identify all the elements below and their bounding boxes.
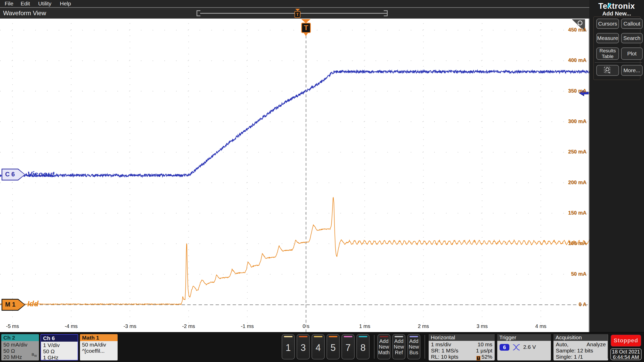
ch6-scale: 1 V/div bbox=[43, 342, 76, 348]
y-axis-label: 100 mA bbox=[556, 240, 586, 246]
trigger-source-badge: 6 bbox=[500, 344, 509, 351]
acquisition-sample: Sample: 12 bits bbox=[556, 348, 593, 354]
x-axis-label: -4 ms bbox=[58, 323, 84, 329]
x-axis-label: 1 ms bbox=[352, 323, 378, 329]
y-axis-label: 300 mA bbox=[556, 118, 586, 124]
y-axis-label: 0 A bbox=[556, 301, 586, 307]
horizontal-scale: 1 ms/div bbox=[431, 341, 451, 348]
more-button[interactable]: More... bbox=[621, 65, 643, 76]
add-new-header: Add New... bbox=[589, 10, 644, 17]
x-axis-label: -5 ms bbox=[0, 323, 26, 329]
trigger-t-icon: T bbox=[295, 11, 300, 18]
settings-bar: Ch 2 50 mA/div 50 Ω 20 MHz BW Ch 6 1 V/d… bbox=[0, 332, 644, 362]
trace-idd[interactable] bbox=[0, 197, 589, 305]
channel-button-4[interactable]: 4 bbox=[312, 334, 325, 359]
menu-file[interactable]: File bbox=[5, 1, 13, 7]
horizontal-resolution: 1 µs/pt bbox=[476, 348, 492, 354]
datetime-display: 18 Oct 2021 6:44:54 AM bbox=[610, 348, 642, 360]
minimap-left-bracket[interactable] bbox=[197, 10, 200, 16]
ch2-bw-limit-badge: BW bbox=[32, 351, 37, 359]
horizontal-title: Horizontal bbox=[429, 334, 495, 341]
y-axis-label: 50 mA bbox=[556, 271, 586, 277]
horizontal-position: 52% bbox=[482, 354, 492, 360]
view-title: Waveform View bbox=[3, 10, 46, 17]
menu-help[interactable]: Help bbox=[60, 1, 71, 7]
time-text: 6:44:54 AM bbox=[611, 355, 641, 360]
channel-handle-m1[interactable]: M 1 bbox=[2, 299, 25, 311]
menu-edit[interactable]: Edit bbox=[21, 1, 30, 7]
x-axis-label: 3 ms bbox=[469, 323, 495, 329]
math1-title: Math 1 bbox=[80, 334, 118, 341]
add-new-ref-button[interactable]: AddNewRef bbox=[392, 334, 405, 359]
tekscope-app: File Edit Utility Help Waveform View T C… bbox=[0, 0, 644, 362]
trigger-arrow-icon bbox=[295, 9, 300, 11]
x-axis-label: -2 ms bbox=[176, 323, 201, 329]
acquisition-analyze: Analyze bbox=[586, 341, 606, 348]
zoom-select-icon bbox=[604, 67, 612, 74]
acquisition-title: Acquisition bbox=[553, 334, 608, 341]
menu-bar: File Edit Utility Help bbox=[0, 0, 589, 8]
trace-label-visoout: Visoout bbox=[27, 170, 54, 179]
trigger-title: Trigger bbox=[497, 334, 551, 341]
plot-button[interactable]: Plot bbox=[621, 47, 643, 60]
trigger-t-mini-icon: T bbox=[476, 356, 480, 360]
bar-divider bbox=[425, 335, 425, 359]
minimap-track[interactable] bbox=[200, 13, 387, 14]
waveform-graticule[interactable]: C 6 Visoout M 1 Idd T 450 mA400 mA350 mA… bbox=[0, 19, 589, 332]
x-axis-label: 0 s bbox=[293, 323, 319, 329]
ch6-title: Ch 6 bbox=[41, 335, 78, 342]
run-stop-button[interactable]: Stopped bbox=[611, 335, 641, 347]
zoom-mode-button[interactable] bbox=[596, 65, 619, 76]
callout-button[interactable]: Callout bbox=[621, 19, 643, 29]
x-axis-label: -3 ms bbox=[117, 323, 143, 329]
horizontal-panel[interactable]: Horizontal 1 ms/div10 ms SR: 1 MS/s1 µs/… bbox=[429, 334, 495, 360]
y-axis-label: 450 mA bbox=[556, 27, 586, 33]
measure-button[interactable]: Measure bbox=[596, 33, 619, 43]
x-axis-label: -1 ms bbox=[234, 323, 260, 329]
tektronix-logo: Tektronix bbox=[589, 2, 644, 11]
y-axis-label: 400 mA bbox=[556, 57, 586, 63]
channel-button-7[interactable]: 7 bbox=[341, 334, 355, 359]
trigger-t-icon: T bbox=[301, 23, 311, 33]
date-text: 18 Oct 2021 bbox=[611, 349, 641, 355]
channel-button-8[interactable]: 8 bbox=[356, 334, 370, 359]
trigger-level: 2.6 V bbox=[523, 344, 536, 350]
c6-badge-label: C 6 bbox=[5, 171, 15, 178]
ch2-badge[interactable]: Ch 2 50 mA/div 50 Ω 20 MHz BW bbox=[1, 334, 39, 360]
ch6-bandwidth: 1 GHz bbox=[43, 355, 76, 360]
math1-expression: ^[coeffil... bbox=[82, 348, 116, 354]
minimap-right-bracket[interactable] bbox=[384, 10, 388, 16]
horizontal-recordlength: RL: 10 kpts bbox=[431, 354, 458, 360]
ch2-scale: 50 mA/div bbox=[3, 342, 37, 348]
add-new-bus-button[interactable]: AddNewBus bbox=[407, 334, 420, 359]
trace-label-idd: Idd bbox=[27, 300, 39, 308]
minimap-trigger-marker[interactable]: T bbox=[295, 9, 301, 18]
search-button[interactable]: Search bbox=[621, 33, 643, 43]
view-tab-row: Waveform View T bbox=[0, 8, 589, 19]
acquisition-single: Single: 1 /1 bbox=[556, 354, 583, 360]
channel-button-1[interactable]: 1 bbox=[282, 334, 295, 359]
y-axis-label: 150 mA bbox=[556, 210, 586, 216]
horizontal-samplerate: SR: 1 MS/s bbox=[431, 348, 458, 354]
y-axis-label: 200 mA bbox=[556, 179, 586, 185]
channel-button-5[interactable]: 5 bbox=[327, 334, 340, 359]
channel-button-3[interactable]: 3 bbox=[297, 334, 310, 359]
results-table-button[interactable]: Results Table bbox=[596, 47, 619, 60]
menu-utility[interactable]: Utility bbox=[38, 1, 51, 7]
cursors-button[interactable]: Cursors bbox=[596, 19, 619, 29]
trigger-position-marker[interactable]: T bbox=[301, 19, 311, 36]
x-axis-label: 4 ms bbox=[528, 323, 554, 329]
trace-visoout[interactable] bbox=[0, 70, 589, 177]
channel-handle-c6[interactable]: C 6 bbox=[2, 169, 25, 180]
edge-trigger-icon bbox=[512, 344, 520, 351]
x-axis-label: 2 ms bbox=[411, 323, 436, 329]
trigger-panel[interactable]: Trigger 6 2.6 V bbox=[497, 334, 551, 360]
plot-sidebar-divider bbox=[589, 19, 589, 332]
acquisition-panel[interactable]: Acquisition Auto,Analyze Sample: 12 bits… bbox=[553, 334, 608, 360]
ch2-title: Ch 2 bbox=[1, 334, 39, 341]
add-new-math-button[interactable]: AddNewMath bbox=[377, 334, 390, 359]
waveform-canvas bbox=[0, 19, 589, 332]
math1-badge[interactable]: Math 1 50 mA/div ^[coeffil... bbox=[80, 334, 118, 360]
ch6-badge[interactable]: Ch 6 1 V/div 50 Ω 1 GHz bbox=[40, 334, 78, 360]
bar-divider bbox=[374, 335, 374, 359]
